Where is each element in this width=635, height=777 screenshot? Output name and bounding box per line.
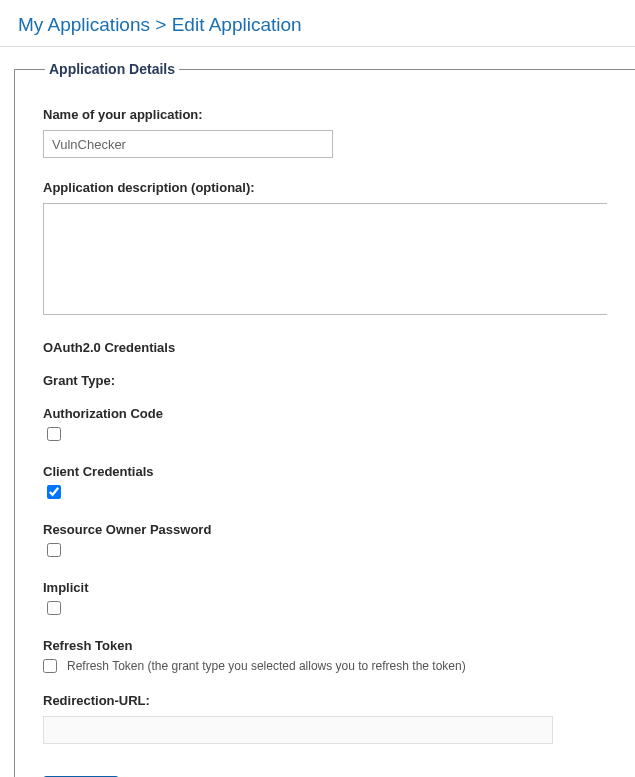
refresh-token-checkbox[interactable] bbox=[43, 659, 57, 673]
implicit-checkbox[interactable] bbox=[47, 601, 61, 615]
breadcrumb: My Applications > Edit Application bbox=[0, 0, 635, 47]
oauth-credentials-heading: OAuth2.0 Credentials bbox=[43, 340, 607, 355]
grant-type-label: Grant Type: bbox=[43, 373, 607, 388]
resource-owner-password-label: Resource Owner Password bbox=[43, 522, 607, 537]
resource-owner-password-checkbox[interactable] bbox=[47, 543, 61, 557]
client-credentials-label: Client Credentials bbox=[43, 464, 607, 479]
redirection-url-label: Redirection-URL: bbox=[43, 693, 607, 708]
authorization-code-checkbox[interactable] bbox=[47, 427, 61, 441]
fieldset-legend: Application Details bbox=[45, 61, 179, 77]
application-details-fieldset: Application Details Name of your applica… bbox=[14, 61, 635, 777]
app-description-input[interactable] bbox=[43, 203, 607, 315]
breadcrumb-my-applications[interactable]: My Applications bbox=[18, 14, 150, 35]
refresh-token-heading: Refresh Token bbox=[43, 638, 607, 653]
implicit-label: Implicit bbox=[43, 580, 607, 595]
app-name-label: Name of your application: bbox=[43, 107, 607, 122]
app-description-label: Application description (optional): bbox=[43, 180, 607, 195]
authorization-code-label: Authorization Code bbox=[43, 406, 607, 421]
redirection-url-input[interactable] bbox=[43, 716, 553, 744]
app-name-input[interactable] bbox=[43, 130, 333, 158]
breadcrumb-edit-application[interactable]: Edit Application bbox=[172, 14, 302, 35]
client-credentials-checkbox[interactable] bbox=[47, 485, 61, 499]
refresh-token-label: Refresh Token (the grant type you select… bbox=[67, 659, 466, 673]
breadcrumb-separator: > bbox=[155, 14, 166, 35]
